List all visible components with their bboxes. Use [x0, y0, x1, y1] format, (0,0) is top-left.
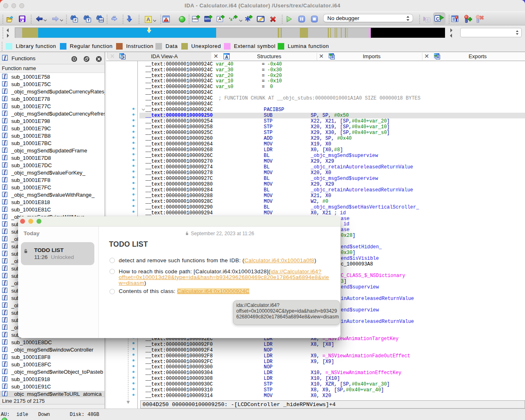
svg-text:A: A — [225, 54, 228, 59]
